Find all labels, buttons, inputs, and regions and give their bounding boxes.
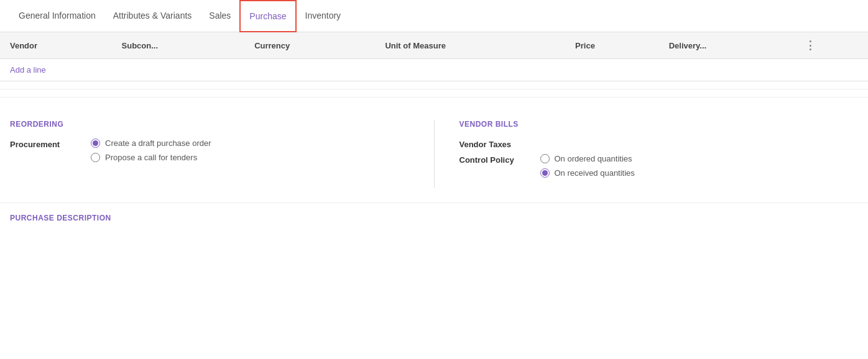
create-draft-option[interactable]: Create a draft purchase order: [91, 139, 409, 148]
th-subcon: Subcon...: [112, 32, 245, 59]
th-price: Price: [565, 32, 659, 59]
on-ordered-option[interactable]: On ordered quantities: [540, 154, 859, 163]
create-draft-radio[interactable]: [91, 139, 100, 148]
left-section: Reordering Procurement Create a draft pu…: [10, 120, 434, 188]
vendor-taxes-row: Vendor Taxes: [459, 139, 859, 149]
tabs-bar: General InformationAttributes & Variants…: [0, 0, 868, 32]
propose-call-radio[interactable]: [91, 153, 100, 162]
procurement-row: Procurement Create a draft purchase orde…: [10, 139, 409, 167]
vendor-bills-title: Vendor Bills: [459, 120, 859, 129]
on-received-label: On received quantities: [555, 168, 635, 178]
vendor-table-section: VendorSubcon...CurrencyUnit of MeasurePr…: [0, 32, 868, 81]
vendor-taxes-label: Vendor Taxes: [459, 139, 540, 149]
tab-inventory[interactable]: Inventory: [297, 1, 350, 32]
th-actions[interactable]: ⋮: [795, 32, 868, 59]
table-actions-icon[interactable]: ⋮: [805, 39, 816, 52]
fields-section: Reordering Procurement Create a draft pu…: [0, 105, 868, 202]
on-received-option[interactable]: On received quantities: [540, 168, 859, 178]
control-policy-options: On ordered quantities On received quanti…: [540, 154, 859, 183]
on-received-radio[interactable]: [540, 168, 550, 178]
procurement-options: Create a draft purchase order Propose a …: [91, 139, 409, 167]
control-policy-label: Control Policy: [459, 154, 540, 165]
purchase-description-section: Purchase Description: [0, 202, 868, 232]
on-ordered-radio[interactable]: [540, 154, 550, 163]
tab-sales[interactable]: Sales: [200, 1, 239, 32]
reordering-title: Reordering: [10, 120, 409, 129]
add-line-button[interactable]: Add a line: [0, 59, 868, 81]
divider-2: [0, 97, 868, 98]
th-delivery: Delivery...: [659, 32, 795, 59]
tab-general-information[interactable]: General Information: [10, 1, 104, 32]
th-vendor: Vendor: [0, 32, 112, 59]
vendor-table: VendorSubcon...CurrencyUnit of MeasurePr…: [0, 32, 868, 59]
table-header-row: VendorSubcon...CurrencyUnit of MeasurePr…: [0, 32, 868, 59]
procurement-label: Procurement: [10, 139, 91, 149]
propose-call-label: Propose a call for tenders: [105, 153, 197, 162]
right-section: Vendor Bills Vendor Taxes Control Policy…: [434, 120, 859, 188]
tab-attributes-variants[interactable]: Attributes & Variants: [104, 1, 201, 32]
on-ordered-label: On ordered quantities: [555, 154, 632, 163]
th-currency: Currency: [244, 32, 375, 59]
propose-call-option[interactable]: Propose a call for tenders: [91, 153, 409, 162]
tab-purchase[interactable]: Purchase: [239, 0, 296, 32]
purchase-description-label: Purchase Description: [10, 214, 111, 222]
divider-1: [0, 89, 868, 89]
control-policy-row: Control Policy On ordered quantities On …: [459, 154, 859, 183]
th-unit_of_measure: Unit of Measure: [375, 32, 565, 59]
create-draft-label: Create a draft purchase order: [105, 139, 211, 148]
